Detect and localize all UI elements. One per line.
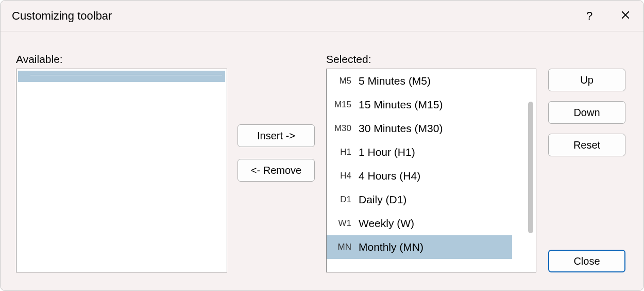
dialog-title: Customizing toolbar [12, 9, 571, 23]
up-button[interactable]: Up [548, 69, 625, 91]
help-button[interactable]: ? [571, 1, 607, 31]
timeframe-label: Monthly (MN) [353, 241, 423, 253]
timeframe-label: 5 Minutes (M5) [353, 75, 431, 87]
timeframe-label: 4 Hours (H4) [353, 170, 420, 182]
timeframe-code: M30 [327, 123, 353, 134]
selected-scrollbar[interactable] [527, 71, 534, 270]
timeframe-code: H1 [327, 147, 353, 157]
help-icon: ? [586, 9, 592, 23]
available-list[interactable] [16, 69, 227, 272]
list-item[interactable]: H11 Hour (H1) [327, 140, 536, 164]
scrollbar-thumb[interactable] [528, 102, 533, 233]
down-button[interactable]: Down [548, 101, 625, 124]
timeframe-code: H4 [327, 171, 353, 181]
list-item[interactable]: M3030 Minutes (M30) [327, 117, 536, 140]
insert-button[interactable]: Insert -> [238, 124, 315, 147]
timeframe-code: M5 [327, 76, 353, 86]
list-item[interactable]: MNMonthly (MN) [327, 235, 512, 259]
timeframe-label: Weekly (W) [353, 217, 414, 230]
selected-label: Selected: [326, 53, 371, 66]
timeframe-label: 30 Minutes (M30) [353, 122, 443, 135]
reset-button[interactable]: Reset [548, 134, 625, 156]
timeframe-label: 1 Hour (H1) [353, 146, 415, 158]
list-item[interactable]: D1Daily (D1) [327, 188, 536, 212]
dialog-body: Available: Selected: M55 Minutes (M5)M15… [1, 31, 643, 290]
timeframe-label: Daily (D1) [353, 193, 406, 206]
close-window-button[interactable] [607, 1, 643, 31]
list-item[interactable]: M55 Minutes (M5) [327, 69, 536, 93]
timeframe-code: D1 [327, 195, 353, 205]
list-item[interactable]: M1515 Minutes (M15) [327, 93, 536, 117]
close-icon [621, 9, 630, 23]
close-button[interactable]: Close [548, 250, 625, 272]
available-label: Available: [16, 53, 63, 66]
customize-toolbar-dialog: Customizing toolbar ? Available: Selecte… [0, 0, 644, 291]
list-item[interactable]: W1Weekly (W) [327, 212, 536, 235]
list-item[interactable]: H44 Hours (H4) [327, 164, 536, 188]
timeframe-code: W1 [327, 218, 353, 229]
timeframe-label: 15 Minutes (M15) [353, 99, 443, 111]
selected-list[interactable]: M55 Minutes (M5)M1515 Minutes (M15)M3030… [326, 69, 536, 272]
remove-button[interactable]: <- Remove [238, 159, 315, 182]
timeframe-code: M15 [327, 100, 353, 110]
available-selected-placeholder[interactable] [18, 70, 226, 83]
timeframe-code: MN [327, 242, 353, 252]
titlebar: Customizing toolbar ? [1, 1, 643, 31]
